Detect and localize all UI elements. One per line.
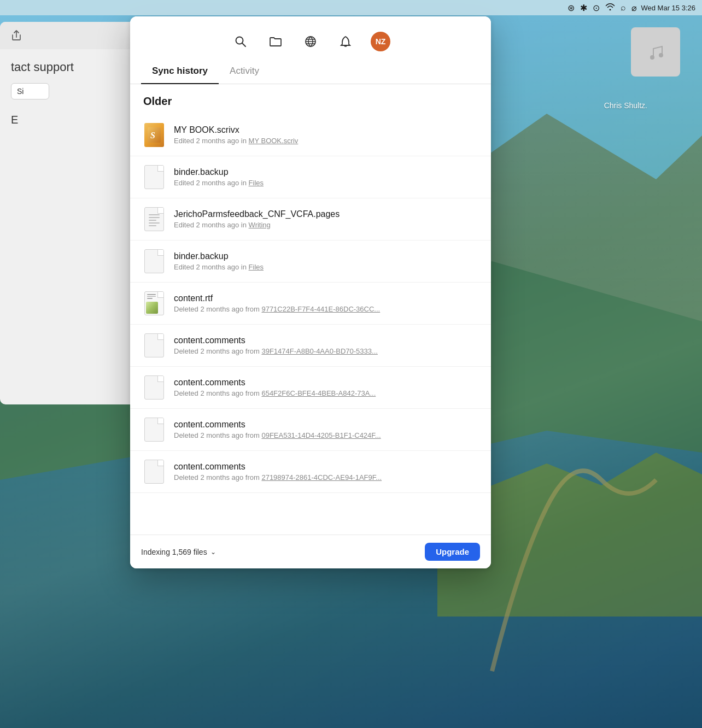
chris-shultz-label: Chris Shultz. (604, 101, 647, 110)
doc-file-icon (143, 374, 165, 401)
bg-input-si[interactable]: Si (11, 83, 49, 99)
file-meta-link[interactable]: 09FEA531-14D4-4205-B1F1-C424F... (261, 431, 381, 439)
globe-button[interactable] (301, 32, 320, 51)
file-item[interactable]: content.comments Deleted 2 months ago fr… (130, 409, 491, 451)
menubar-icons: ⊛ ✱ ⊙ ⌕ ⌀ (568, 3, 637, 13)
popup-body[interactable]: Older S (130, 84, 491, 535)
file-item[interactable]: content.comments Deleted 2 months ago fr… (130, 451, 491, 493)
file-meta-link[interactable]: Writing (249, 221, 271, 229)
file-item[interactable]: JerichoParmsfeedback_CNF_VCFA.pages Edit… (130, 198, 491, 240)
file-item[interactable]: content.rtf Deleted 2 months ago from 97… (130, 283, 491, 325)
file-info: binder.backup Edited 2 months ago in Fil… (174, 251, 478, 271)
file-info: content.comments Deleted 2 months ago fr… (174, 336, 478, 355)
file-meta-link[interactable]: Files (249, 179, 264, 187)
section-header-older: Older (130, 84, 491, 114)
file-info: content.rtf Deleted 2 months ago from 97… (174, 293, 478, 313)
file-meta: Deleted 2 months ago from 39F1474F-A8B0-… (174, 347, 478, 355)
chevron-down-icon: ⌄ (210, 548, 216, 556)
file-meta: Edited 2 months ago in MY BOOK.scriv (174, 137, 478, 145)
file-name: content.rtf (174, 293, 478, 303)
bluetooth-icon[interactable]: ✱ (580, 3, 587, 13)
file-item[interactable]: binder.backup Edited 2 months ago in Fil… (130, 240, 491, 283)
doc-icon (144, 165, 164, 189)
svg-point-1 (650, 55, 654, 60)
dropbox-icon[interactable]: ⊛ (568, 3, 575, 13)
doc-icon (144, 249, 164, 273)
scriv-file-icon: S (143, 122, 165, 148)
popup-header: NZ (130, 16, 491, 59)
menubar-time: Wed Mar 15 3:26 (641, 4, 695, 12)
file-name: JerichoParmsfeedback_CNF_VCFA.pages (174, 209, 478, 219)
file-name: binder.backup (174, 167, 478, 177)
search-button[interactable] (231, 32, 250, 51)
file-info: content.comments Deleted 2 months ago fr… (174, 462, 478, 482)
file-info: content.comments Deleted 2 months ago fr… (174, 420, 478, 439)
file-info: binder.backup Edited 2 months ago in Fil… (174, 167, 478, 187)
indexing-text: Indexing 1,569 files (141, 548, 207, 556)
file-item[interactable]: binder.backup Edited 2 months ago in Fil… (130, 156, 491, 198)
user-avatar[interactable]: NZ (371, 32, 390, 51)
popup-icons-row: NZ (143, 26, 478, 59)
file-name: content.comments (174, 378, 478, 388)
file-meta-link[interactable]: MY BOOK.scriv (249, 137, 299, 145)
wifi-icon[interactable] (605, 3, 615, 13)
file-meta-link[interactable]: 39F1474F-A8B0-4AA0-BD70-5333... (261, 347, 377, 355)
file-name: content.comments (174, 462, 478, 472)
doc-icon (144, 418, 164, 442)
file-list: S MY BOOK.scrivx Edited 2 months ago in … (130, 114, 491, 493)
doc-icon (144, 460, 164, 484)
file-info: MY BOOK.scrivx Edited 2 months ago in MY… (174, 125, 478, 145)
doc-file-icon (143, 459, 165, 485)
file-meta: Deleted 2 months ago from 27198974-2861-… (174, 473, 478, 482)
share-icon[interactable] (9, 28, 24, 43)
file-item[interactable]: S MY BOOK.scrivx Edited 2 months ago in … (130, 114, 491, 156)
dropbox-popup: NZ Sync history Activity Older S (130, 16, 491, 568)
file-meta: Edited 2 months ago in Files (174, 179, 478, 187)
file-item[interactable]: content.comments Deleted 2 months ago fr… (130, 367, 491, 409)
file-meta-link[interactable]: Files (249, 263, 264, 271)
tab-activity[interactable]: Activity (219, 59, 270, 84)
upgrade-button[interactable]: Upgrade (425, 543, 480, 561)
file-meta-link[interactable]: 9771C22B-F7F4-441E-86DC-36CC... (261, 305, 380, 313)
menubar: ⊛ ✱ ⊙ ⌕ ⌀ Wed Mar 15 3:26 (0, 0, 702, 15)
file-name: content.comments (174, 336, 478, 345)
file-meta: Deleted 2 months ago from 09FEA531-14D4-… (174, 431, 478, 439)
doc-icon (144, 333, 164, 357)
rtf-icon (144, 291, 164, 315)
file-name: MY BOOK.scrivx (174, 125, 478, 135)
doc-file-icon (143, 248, 165, 274)
file-info: JerichoParmsfeedback_CNF_VCFA.pages Edit… (174, 209, 478, 229)
doc-file-icon (143, 332, 165, 359)
file-meta-link[interactable]: 27198974-2861-4CDC-AE94-1AF9F... (261, 473, 382, 482)
file-meta: Edited 2 months ago in Writing (174, 221, 478, 229)
file-name: content.comments (174, 420, 478, 430)
doc-icon (144, 375, 164, 400)
music-note-icon (644, 40, 668, 64)
bell-button[interactable] (336, 32, 355, 51)
file-item[interactable]: content.comments Deleted 2 months ago fr… (130, 325, 491, 367)
file-meta-link[interactable]: 654F2F6C-BFE4-4BEB-A842-73A... (261, 389, 376, 397)
svg-text:S: S (150, 131, 155, 140)
search-menubar-icon[interactable]: ⌕ (621, 3, 626, 13)
file-meta: Deleted 2 months ago from 654F2F6C-BFE4-… (174, 389, 478, 397)
file-meta: Edited 2 months ago in Files (174, 263, 478, 271)
doc-icon (144, 207, 164, 231)
music-window (631, 27, 680, 77)
doc-file-icon (143, 416, 165, 443)
popup-footer: Indexing 1,569 files ⌄ Upgrade (130, 535, 491, 568)
tab-sync-history[interactable]: Sync history (141, 59, 219, 84)
doc-file-icon (143, 164, 165, 190)
svg-point-2 (659, 53, 663, 57)
screentime-icon[interactable]: ⊙ (593, 3, 600, 13)
tabs-row: Sync history Activity (130, 59, 491, 84)
file-info: content.comments Deleted 2 months ago fr… (174, 378, 478, 397)
file-meta: Deleted 2 months ago from 9771C22B-F7F4-… (174, 305, 478, 313)
scrivener-icon: S (144, 123, 164, 147)
user-icon[interactable]: ⌀ (631, 3, 637, 13)
indexing-status[interactable]: Indexing 1,569 files ⌄ (141, 548, 216, 556)
pages-file-icon (143, 206, 165, 232)
folder-button[interactable] (266, 32, 285, 51)
file-name: binder.backup (174, 251, 478, 261)
rtf-file-icon (143, 290, 165, 316)
